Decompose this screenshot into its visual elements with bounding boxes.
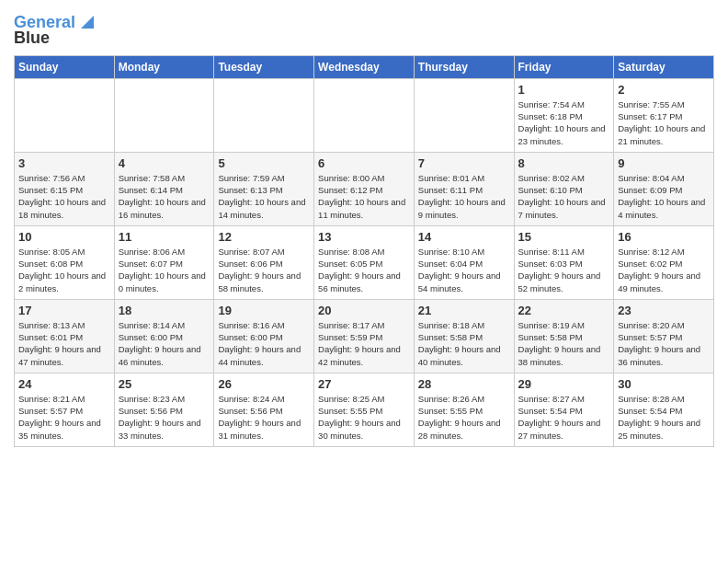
day-number: 8 <box>518 156 610 170</box>
day-number: 9 <box>618 156 710 170</box>
calendar-cell: 10Sunrise: 8:05 AM Sunset: 6:08 PM Dayli… <box>15 225 115 299</box>
calendar-cell <box>314 78 415 152</box>
calendar-cell: 8Sunrise: 8:02 AM Sunset: 6:10 PM Daylig… <box>514 152 614 225</box>
day-info: Sunrise: 8:00 AM Sunset: 6:12 PM Dayligh… <box>318 172 410 221</box>
day-info: Sunrise: 7:55 AM Sunset: 6:17 PM Dayligh… <box>618 98 710 147</box>
day-header-sunday: Sunday <box>15 55 115 78</box>
day-info: Sunrise: 8:17 AM Sunset: 5:59 PM Dayligh… <box>318 319 410 368</box>
day-number: 21 <box>418 304 510 317</box>
day-number: 29 <box>518 377 610 391</box>
header: General Blue <box>14 9 714 48</box>
day-number: 5 <box>218 156 310 170</box>
calendar-cell: 5Sunrise: 7:59 AM Sunset: 6:13 PM Daylig… <box>214 152 314 225</box>
day-number: 16 <box>618 230 710 244</box>
day-number: 30 <box>618 377 710 391</box>
day-number: 2 <box>618 83 710 97</box>
day-number: 27 <box>318 377 410 391</box>
calendar-cell: 11Sunrise: 8:06 AM Sunset: 6:07 PM Dayli… <box>114 225 214 299</box>
calendar-cell: 29Sunrise: 8:27 AM Sunset: 5:54 PM Dayli… <box>514 373 614 446</box>
calendar-cell: 19Sunrise: 8:16 AM Sunset: 6:00 PM Dayli… <box>214 299 314 373</box>
calendar-cell: 12Sunrise: 8:07 AM Sunset: 6:06 PM Dayli… <box>214 225 314 299</box>
day-info: Sunrise: 8:18 AM Sunset: 5:58 PM Dayligh… <box>418 319 510 368</box>
day-header-saturday: Saturday <box>614 55 714 78</box>
calendar-cell: 26Sunrise: 8:24 AM Sunset: 5:56 PM Dayli… <box>214 373 314 446</box>
day-info: Sunrise: 8:04 AM Sunset: 6:09 PM Dayligh… <box>618 172 710 221</box>
calendar-cell: 24Sunrise: 8:21 AM Sunset: 5:57 PM Dayli… <box>15 373 115 446</box>
day-info: Sunrise: 8:14 AM Sunset: 6:00 PM Dayligh… <box>119 319 210 368</box>
calendar-cell: 3Sunrise: 7:56 AM Sunset: 6:15 PM Daylig… <box>15 152 115 225</box>
day-info: Sunrise: 7:59 AM Sunset: 6:13 PM Dayligh… <box>218 172 310 221</box>
day-info: Sunrise: 8:24 AM Sunset: 5:56 PM Dayligh… <box>218 393 310 442</box>
day-info: Sunrise: 8:10 AM Sunset: 6:04 PM Dayligh… <box>418 246 510 294</box>
day-number: 12 <box>218 230 310 244</box>
day-number: 1 <box>518 83 610 97</box>
calendar-cell: 13Sunrise: 8:08 AM Sunset: 6:05 PM Dayli… <box>314 225 415 299</box>
day-number: 19 <box>218 304 310 317</box>
day-info: Sunrise: 8:26 AM Sunset: 5:55 PM Dayligh… <box>418 393 510 442</box>
day-info: Sunrise: 8:20 AM Sunset: 5:57 PM Dayligh… <box>618 319 710 368</box>
day-number: 22 <box>518 304 610 317</box>
calendar-cell: 20Sunrise: 8:17 AM Sunset: 5:59 PM Dayli… <box>314 299 415 373</box>
day-header-monday: Monday <box>114 55 214 78</box>
day-info: Sunrise: 8:01 AM Sunset: 6:11 PM Dayligh… <box>418 172 510 221</box>
day-number: 7 <box>418 156 510 170</box>
day-info: Sunrise: 8:06 AM Sunset: 6:07 PM Dayligh… <box>119 246 210 294</box>
day-header-tuesday: Tuesday <box>214 55 314 78</box>
day-info: Sunrise: 8:23 AM Sunset: 5:56 PM Dayligh… <box>119 393 210 442</box>
day-number: 14 <box>418 230 510 244</box>
calendar-cell: 18Sunrise: 8:14 AM Sunset: 6:00 PM Dayli… <box>114 299 214 373</box>
calendar-cell <box>414 78 514 152</box>
day-info: Sunrise: 7:58 AM Sunset: 6:14 PM Dayligh… <box>119 172 210 221</box>
day-info: Sunrise: 8:21 AM Sunset: 5:57 PM Dayligh… <box>18 393 110 442</box>
day-number: 11 <box>119 230 210 244</box>
day-info: Sunrise: 8:28 AM Sunset: 5:54 PM Dayligh… <box>618 393 710 442</box>
logo: General Blue <box>14 14 97 48</box>
day-number: 23 <box>618 304 710 317</box>
day-info: Sunrise: 8:25 AM Sunset: 5:55 PM Dayligh… <box>318 393 410 442</box>
day-info: Sunrise: 8:16 AM Sunset: 6:00 PM Dayligh… <box>218 319 310 368</box>
calendar-cell: 16Sunrise: 8:12 AM Sunset: 6:02 PM Dayli… <box>614 225 714 299</box>
calendar-cell: 4Sunrise: 7:58 AM Sunset: 6:14 PM Daylig… <box>114 152 214 225</box>
day-number: 28 <box>418 377 510 391</box>
day-header-wednesday: Wednesday <box>314 55 415 78</box>
calendar-cell: 23Sunrise: 8:20 AM Sunset: 5:57 PM Dayli… <box>614 299 714 373</box>
calendar-week-3: 10Sunrise: 8:05 AM Sunset: 6:08 PM Dayli… <box>15 225 714 299</box>
day-info: Sunrise: 8:11 AM Sunset: 6:03 PM Dayligh… <box>518 246 610 294</box>
day-number: 25 <box>119 377 210 391</box>
day-info: Sunrise: 8:19 AM Sunset: 5:58 PM Dayligh… <box>518 319 610 368</box>
day-number: 18 <box>119 304 210 317</box>
day-number: 6 <box>318 156 410 170</box>
day-number: 17 <box>18 304 110 317</box>
calendar-cell: 9Sunrise: 8:04 AM Sunset: 6:09 PM Daylig… <box>614 152 714 225</box>
calendar-cell: 28Sunrise: 8:26 AM Sunset: 5:55 PM Dayli… <box>414 373 514 446</box>
day-number: 3 <box>18 156 110 170</box>
calendar-cell: 27Sunrise: 8:25 AM Sunset: 5:55 PM Dayli… <box>314 373 415 446</box>
logo-triangle-icon <box>77 12 97 32</box>
day-number: 10 <box>18 230 110 244</box>
calendar-cell: 22Sunrise: 8:19 AM Sunset: 5:58 PM Dayli… <box>514 299 614 373</box>
day-info: Sunrise: 8:08 AM Sunset: 6:05 PM Dayligh… <box>318 246 410 294</box>
day-info: Sunrise: 7:54 AM Sunset: 6:18 PM Dayligh… <box>518 98 610 147</box>
day-number: 4 <box>119 156 210 170</box>
day-header-friday: Friday <box>514 55 614 78</box>
calendar-header: SundayMondayTuesdayWednesdayThursdayFrid… <box>15 55 714 78</box>
day-info: Sunrise: 7:56 AM Sunset: 6:15 PM Dayligh… <box>18 172 110 221</box>
calendar-cell: 6Sunrise: 8:00 AM Sunset: 6:12 PM Daylig… <box>314 152 415 225</box>
logo-text-line2: Blue <box>14 29 50 48</box>
calendar-week-5: 24Sunrise: 8:21 AM Sunset: 5:57 PM Dayli… <box>15 373 714 446</box>
calendar-cell <box>214 78 314 152</box>
day-info: Sunrise: 8:12 AM Sunset: 6:02 PM Dayligh… <box>618 246 710 294</box>
svg-marker-0 <box>81 16 94 29</box>
calendar-cell: 17Sunrise: 8:13 AM Sunset: 6:01 PM Dayli… <box>15 299 115 373</box>
calendar-cell: 7Sunrise: 8:01 AM Sunset: 6:11 PM Daylig… <box>414 152 514 225</box>
calendar-cell: 1Sunrise: 7:54 AM Sunset: 6:18 PM Daylig… <box>514 78 614 152</box>
calendar-cell: 14Sunrise: 8:10 AM Sunset: 6:04 PM Dayli… <box>414 225 514 299</box>
calendar-table: SundayMondayTuesdayWednesdayThursdayFrid… <box>14 55 714 447</box>
day-number: 20 <box>318 304 410 317</box>
day-header-thursday: Thursday <box>414 55 514 78</box>
calendar-cell: 25Sunrise: 8:23 AM Sunset: 5:56 PM Dayli… <box>114 373 214 446</box>
calendar-cell <box>114 78 214 152</box>
calendar-cell: 30Sunrise: 8:28 AM Sunset: 5:54 PM Dayli… <box>614 373 714 446</box>
day-info: Sunrise: 8:13 AM Sunset: 6:01 PM Dayligh… <box>18 319 110 368</box>
day-info: Sunrise: 8:05 AM Sunset: 6:08 PM Dayligh… <box>18 246 110 294</box>
